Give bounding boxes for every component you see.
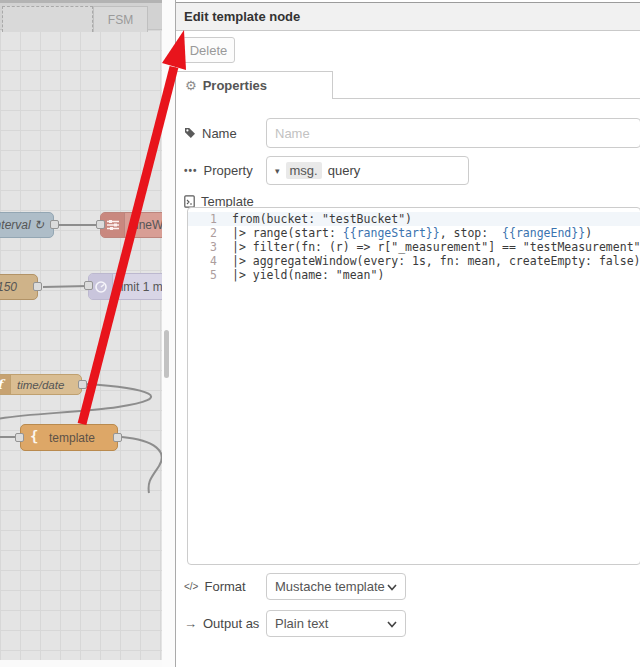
flow-tab-current[interactable]	[2, 6, 93, 32]
node-limit-label: limit 1 ms	[118, 280, 162, 294]
code-text: |> aggregateWindow(every: 1s, fn: mean, …	[232, 254, 640, 268]
name-input[interactable]	[266, 118, 640, 148]
node-interval[interactable]: interval ↻	[0, 212, 54, 238]
flow-workspace: FSM interval ↻ sineWave s-150	[0, 0, 162, 667]
format-select[interactable]: Mustache template	[266, 573, 406, 600]
node-red-editor: FSM interval ↻ sineWave s-150	[0, 0, 640, 667]
property-label-text: Property	[204, 163, 253, 178]
gear-icon: ⚙	[185, 78, 197, 93]
chevron-down-icon	[387, 616, 397, 631]
edit-template-dialog: Edit template node Delete ⚙ Properties N…	[175, 0, 640, 667]
dialog-header: Edit template node	[176, 2, 640, 31]
line-number: 5	[188, 268, 232, 282]
workspace-hscrollbar[interactable]	[0, 660, 162, 667]
flow-tab-bar: FSM	[0, 0, 162, 30]
property-label: ••• Property	[184, 156, 253, 185]
tab-properties-label: Properties	[203, 78, 267, 93]
node-s150-label: s-150	[0, 280, 17, 294]
property-type-chip[interactable]: msg.	[286, 162, 322, 179]
port-limit-in[interactable]	[84, 281, 93, 290]
template-label: Template	[184, 194, 254, 208]
flow-tab-fsm-label: FSM	[108, 13, 133, 27]
node-interval-label: interval ↻	[0, 218, 44, 232]
template-editor-lines: 1from(bucket: "testBucket")2|> range(sta…	[188, 212, 640, 282]
line-number: 4	[188, 254, 232, 268]
vscrollbar-thumb[interactable]	[164, 330, 169, 378]
flow-tab-fsm[interactable]: FSM	[93, 6, 148, 32]
format-label: </> Format	[184, 573, 246, 600]
template-code-editor[interactable]: 1from(bucket: "testBucket")2|> range(sta…	[187, 207, 640, 565]
code-line[interactable]: 2|> range(start: {{rangeStart}}, stop: {…	[188, 226, 640, 240]
port-template-out[interactable]	[113, 433, 122, 442]
port-s150-out[interactable]	[33, 282, 42, 291]
code-line[interactable]: 3|> filter(fn: (r) => r["_measurement"] …	[188, 240, 640, 254]
output-as-select-value: Plain text	[275, 616, 387, 631]
port-timedate-out[interactable]	[78, 380, 87, 389]
code-icon: </>	[184, 581, 198, 592]
line-number: 3	[188, 240, 232, 254]
code-text: |> range(start: {{rangeStart}}, stop: {{…	[232, 226, 592, 240]
function-icon: f	[0, 375, 11, 394]
output-as-label-text: Output as	[203, 616, 259, 631]
code-line[interactable]: 4|> aggregateWindow(every: 1s, fn: mean,…	[188, 254, 640, 268]
node-timedate-label: time/date	[17, 379, 64, 391]
delete-button-label: Delete	[190, 43, 228, 58]
code-text: from(bucket: "testBucket")	[232, 212, 412, 226]
node-sinewave[interactable]: sineWave	[100, 212, 162, 238]
delete-button[interactable]: Delete	[182, 37, 235, 63]
code-text: |> filter(fn: (r) => r["_measurement"] =…	[232, 240, 640, 254]
format-select-value: Mustache template	[275, 579, 387, 594]
line-number: 2	[188, 226, 232, 240]
node-timedate[interactable]: f time/date	[0, 374, 82, 395]
format-label-text: Format	[204, 579, 245, 594]
chevron-down-icon: ▾	[275, 166, 280, 176]
workspace-grid	[0, 30, 162, 660]
port-template-in[interactable]	[15, 433, 24, 442]
name-label-text: Name	[202, 126, 237, 141]
tag-icon	[184, 127, 196, 139]
output-as-select[interactable]: Plain text	[266, 610, 406, 637]
arrow-right-icon: →	[184, 616, 197, 631]
node-limit[interactable]: limit 1 ms	[88, 273, 162, 300]
node-sinewave-label: sineWave	[130, 218, 162, 232]
code-line[interactable]: 5|> yield(name: "mean")	[188, 268, 640, 282]
chevron-down-icon	[387, 579, 397, 594]
workspace-vscrollbar	[162, 0, 175, 667]
port-sinewave-in[interactable]	[96, 220, 105, 229]
ellipsis-icon: •••	[184, 165, 198, 176]
code-line[interactable]: 1from(bucket: "testBucket")	[188, 212, 640, 226]
line-number: 1	[188, 212, 232, 226]
tab-properties[interactable]: ⚙ Properties	[176, 71, 333, 99]
code-text: |> yield(name: "mean")	[232, 268, 384, 282]
property-value[interactable]: query	[328, 163, 361, 178]
dialog-title: Edit template node	[184, 9, 300, 24]
property-typed-input[interactable]: ▾ msg. query	[266, 156, 469, 185]
name-label: Name	[184, 118, 237, 148]
file-code-icon	[184, 195, 195, 208]
port-interval-out[interactable]	[50, 220, 59, 229]
node-template[interactable]: { template	[20, 424, 118, 451]
node-template-label: template	[49, 431, 95, 445]
brace-icon: {	[30, 428, 38, 444]
output-as-label: → Output as	[184, 610, 259, 637]
